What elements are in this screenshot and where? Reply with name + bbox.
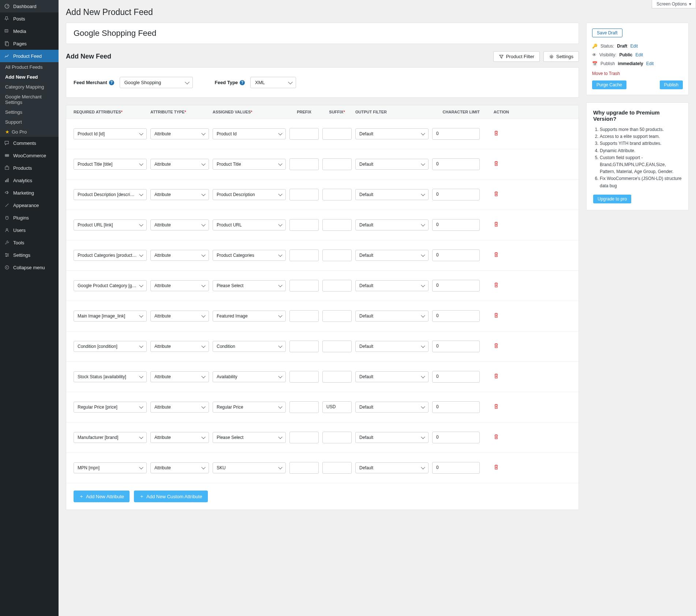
output-filter-select[interactable]: Default [355, 219, 429, 230]
sidebar-item-analytics[interactable]: Analytics [0, 174, 59, 187]
suffix-input[interactable] [322, 128, 352, 140]
sidebar-item-comments[interactable]: Comments [0, 137, 59, 149]
attr-type-select[interactable]: Attribute [150, 402, 209, 413]
char-limit-input[interactable]: 0 [432, 158, 480, 170]
assigned-value-select[interactable]: Product Title [213, 159, 286, 170]
sidebar-item-woocommerce[interactable]: WooCommerce [0, 149, 59, 162]
assigned-value-select[interactable]: Availability [213, 371, 286, 382]
attr-type-select[interactable]: Attribute [150, 432, 209, 443]
help-icon[interactable]: ? [109, 80, 114, 85]
sidebar-item-media[interactable]: Media [0, 25, 59, 37]
prefix-input[interactable] [289, 310, 319, 322]
save-draft-button[interactable]: Save Draft [592, 29, 622, 37]
prefix-input[interactable] [289, 219, 319, 231]
submenu-go-pro[interactable]: ★Go Pro [0, 127, 59, 137]
upgrade-button[interactable]: Upgrade to pro [593, 195, 631, 203]
char-limit-input[interactable]: 0 [432, 341, 480, 352]
assigned-value-select[interactable]: Product URL [213, 219, 286, 230]
char-limit-input[interactable]: 0 [432, 280, 480, 292]
char-limit-input[interactable]: 0 [432, 371, 480, 383]
required-attr-select[interactable]: Main Image [image_link] [74, 311, 147, 322]
required-attr-select[interactable]: Stock Status [availability] [74, 371, 147, 382]
required-attr-select[interactable]: MPN [mpn] [74, 462, 147, 473]
publish-button[interactable]: Publish [660, 80, 683, 89]
required-attr-select[interactable]: Manufacturer [brand] [74, 432, 147, 443]
attr-type-select[interactable]: Attribute [150, 280, 209, 291]
char-limit-input[interactable]: 0 [432, 310, 480, 322]
prefix-input[interactable] [289, 341, 319, 352]
sidebar-item-users[interactable]: Users [0, 224, 59, 236]
attr-type-select[interactable]: Attribute [150, 462, 209, 473]
sidebar-item-plugins[interactable]: Plugins [0, 211, 59, 224]
char-limit-input[interactable]: 0 [432, 219, 480, 231]
edit-status-link[interactable]: Edit [630, 44, 638, 49]
sidebar-item-marketing[interactable]: Marketing [0, 187, 59, 199]
assigned-value-select[interactable]: SKU [213, 462, 286, 473]
delete-row-button[interactable] [493, 435, 499, 441]
required-attr-select[interactable]: Product URL [link] [74, 219, 147, 230]
delete-row-button[interactable] [493, 131, 499, 137]
required-attr-select[interactable]: Condition [condition] [74, 341, 147, 352]
suffix-input[interactable] [322, 219, 352, 231]
submenu-support[interactable]: Support [0, 117, 59, 127]
attr-type-select[interactable]: Attribute [150, 371, 209, 382]
output-filter-select[interactable]: Default [355, 341, 429, 352]
submenu-all-feeds[interactable]: All Product Feeds [0, 62, 59, 72]
delete-row-button[interactable] [493, 283, 499, 289]
edit-publish-link[interactable]: Edit [646, 61, 654, 66]
assigned-value-select[interactable]: Please Select [213, 432, 286, 443]
char-limit-input[interactable]: 0 [432, 432, 480, 443]
output-filter-select[interactable]: Default [355, 159, 429, 170]
attr-type-select[interactable]: Attribute [150, 311, 209, 322]
prefix-input[interactable] [289, 280, 319, 292]
sidebar-item-appearance[interactable]: Appearance [0, 199, 59, 211]
help-icon[interactable]: ? [240, 80, 245, 85]
output-filter-select[interactable]: Default [355, 462, 429, 473]
add-custom-attribute-button[interactable]: ＋Add New Custom Attribute [134, 491, 207, 502]
feed-type-select[interactable]: XML [250, 77, 296, 88]
prefix-input[interactable] [289, 401, 319, 413]
required-attr-select[interactable]: Regular Price [price] [74, 402, 147, 413]
assigned-value-select[interactable]: Featured Image [213, 311, 286, 322]
attr-type-select[interactable]: Attribute [150, 341, 209, 352]
attr-type-select[interactable]: Attribute [150, 159, 209, 170]
sidebar-item-collapse[interactable]: Collapse menu [0, 261, 59, 274]
delete-row-button[interactable] [493, 313, 499, 319]
output-filter-select[interactable]: Default [355, 250, 429, 261]
char-limit-input[interactable]: 0 [432, 189, 480, 200]
submenu-google-merchant[interactable]: Google Merchant Settings [0, 92, 59, 107]
merchant-select[interactable]: Google Shopping [120, 77, 193, 88]
suffix-input[interactable] [322, 341, 352, 352]
sidebar-item-product-feed[interactable]: Product Feed [0, 50, 59, 62]
output-filter-select[interactable]: Default [355, 189, 429, 200]
prefix-input[interactable] [289, 249, 319, 261]
suffix-input[interactable] [322, 158, 352, 170]
prefix-input[interactable] [289, 128, 319, 140]
prefix-input[interactable] [289, 462, 319, 474]
output-filter-select[interactable]: Default [355, 280, 429, 291]
move-to-trash-link[interactable]: Move to Trash [592, 71, 683, 76]
prefix-input[interactable] [289, 432, 319, 443]
suffix-input[interactable] [322, 371, 352, 383]
output-filter-select[interactable]: Default [355, 128, 429, 139]
char-limit-input[interactable]: 0 [432, 249, 480, 261]
delete-row-button[interactable] [493, 465, 499, 471]
suffix-input[interactable]: USD [322, 401, 352, 413]
delete-row-button[interactable] [493, 192, 499, 198]
sidebar-item-dashboard[interactable]: Dashboard [0, 0, 59, 12]
attr-type-select[interactable]: Attribute [150, 250, 209, 261]
output-filter-select[interactable]: Default [355, 311, 429, 322]
suffix-input[interactable] [322, 432, 352, 443]
delete-row-button[interactable] [493, 374, 499, 380]
assigned-value-select[interactable]: Product Id [213, 128, 286, 139]
delete-row-button[interactable] [493, 161, 499, 168]
attr-type-select[interactable]: Attribute [150, 189, 209, 200]
sidebar-item-products[interactable]: Products [0, 162, 59, 174]
settings-button[interactable]: Settings [543, 51, 579, 62]
prefix-input[interactable] [289, 189, 319, 200]
sidebar-item-settings[interactable]: Settings [0, 249, 59, 261]
sidebar-item-tools[interactable]: Tools [0, 236, 59, 249]
char-limit-input[interactable]: 0 [432, 128, 480, 140]
assigned-value-select[interactable]: Product Description [213, 189, 286, 200]
suffix-input[interactable] [322, 462, 352, 474]
